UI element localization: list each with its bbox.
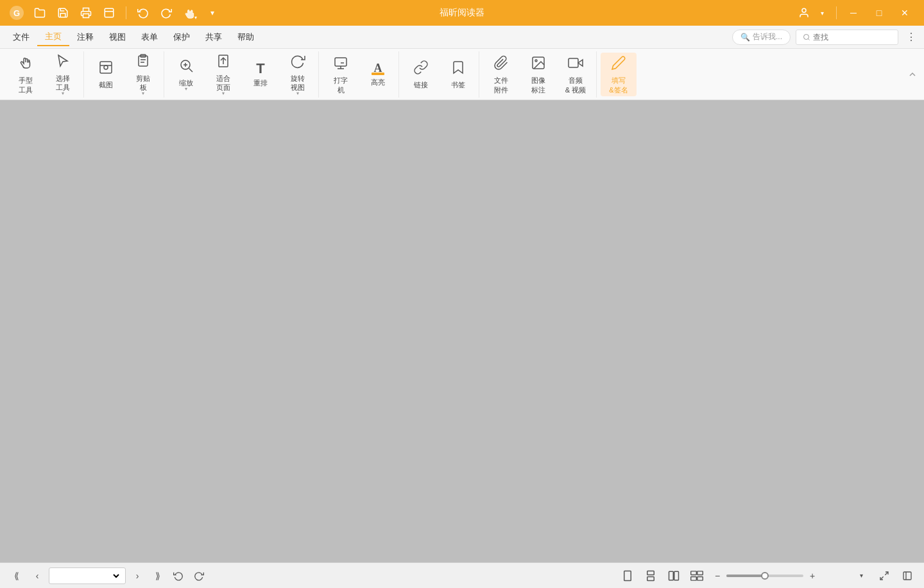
screenshot-icon [98,60,114,78]
last-page-button[interactable]: ⟫ [149,567,167,585]
open-file-icon[interactable] [31,4,49,22]
reflow-button[interactable]: T 重排 [243,53,278,96]
zoom-arrow: ▾ [185,86,187,92]
reading-mode-button[interactable] [898,567,916,585]
svg-marker-31 [578,60,583,66]
svg-point-30 [535,60,537,62]
svg-rect-33 [624,571,631,580]
select-tool-button[interactable]: 选择工具 ▾ [45,53,81,96]
zoom-in-button[interactable]: + [806,569,819,582]
menu-annotation[interactable]: 注释 [69,28,101,46]
highlight-icon: A [372,62,384,75]
two-page-view-button[interactable] [665,567,683,585]
user-icon[interactable] [795,4,813,22]
typewriter-label: 打字机 [334,76,348,94]
menu-help[interactable]: 帮助 [230,28,262,46]
print-icon[interactable] [77,4,95,22]
select-tool-icon [55,53,71,71]
undo-icon[interactable] [134,4,152,22]
reflow-label: 重排 [253,78,268,87]
next-page-button[interactable]: › [128,567,146,585]
statusbar-right: − + ▾ [619,567,916,585]
typewriter-button[interactable]: 打字机 [323,53,359,96]
maximize-button[interactable]: □ [868,4,891,22]
rotate-view-icon [290,53,305,71]
toolbar-collapse-button[interactable] [906,68,919,81]
zoom-dropdown-button[interactable]: ▾ [852,567,870,585]
close-button[interactable]: ✕ [893,4,916,22]
window-icon[interactable] [100,4,118,22]
highlight-label: 高亮 [371,78,385,87]
select-tool-arrow: ▾ [62,91,64,96]
menu-form[interactable]: 表单 [133,28,166,46]
svg-rect-37 [674,571,679,580]
hand-tool-title-icon[interactable]: ▾ [180,4,198,22]
prev-page-button[interactable]: ‹ [28,567,46,585]
more-options-button[interactable]: ⋮ [903,30,919,45]
single-page-view-button[interactable] [619,567,637,585]
image-mark-button[interactable]: 图像标注 [520,53,556,96]
search-box[interactable] [796,30,898,45]
page-select[interactable] [53,571,121,581]
menu-share[interactable]: 共享 [198,28,230,46]
tool-group-sign: 填写&签名 [598,51,639,98]
clipboard-arrow: ▾ [142,91,144,96]
quick-access-dropdown[interactable]: ▾ [203,4,221,22]
menu-view[interactable]: 视图 [101,28,133,46]
highlight-button[interactable]: A 高亮 [360,53,396,96]
app-logo[interactable]: G [8,4,26,22]
user-dropdown-icon[interactable]: ▾ [813,4,831,22]
svg-rect-2 [83,14,89,18]
svg-text:G: G [13,8,20,18]
app-title: 福昕阅读器 [440,7,484,19]
fill-sign-icon [611,55,626,73]
continuous-view-button[interactable] [642,567,660,585]
fill-sign-button[interactable]: 填写&签名 [601,53,637,96]
tool-group-basic: 手型工具 选择工具 ▾ [5,51,84,98]
svg-rect-36 [669,571,674,580]
menu-search-area: 🔍 告诉我... ⋮ [732,30,919,45]
menubar: 文件 主页 注释 视图 表单 保护 共享 帮助 🔍 告诉我... ⋮ [0,26,924,49]
svg-rect-32 [569,58,578,67]
page-selector[interactable] [49,567,126,584]
zoom-button[interactable]: 缩放 ▾ [168,53,204,96]
bookmark-icon [450,60,466,78]
link-button[interactable]: 链接 [403,53,439,96]
search-small-icon: 🔍 [740,33,750,42]
fullscreen-button[interactable] [875,567,893,585]
first-page-button[interactable]: ⟪ [8,567,26,585]
two-page-continuous-view-button[interactable] [688,567,706,585]
bookmark-button[interactable]: 书签 [440,53,476,96]
clipboard-button[interactable]: 剪贴板 ▾ [125,53,161,96]
window-controls: ▾ ─ □ ✕ [795,4,916,22]
menu-file[interactable]: 文件 [5,28,37,46]
svg-line-16 [189,68,193,72]
svg-rect-21 [335,58,346,66]
redo-icon[interactable] [157,4,175,22]
screenshot-button[interactable]: 截图 [88,53,124,96]
svg-rect-41 [697,576,703,580]
svg-line-7 [808,39,809,40]
save-icon[interactable] [54,4,72,22]
rotate-cw-button[interactable] [190,567,208,585]
fit-page-button[interactable]: 适合页面 ▾ [205,53,241,96]
svg-point-9 [104,65,108,69]
hand-tool-button[interactable]: 手型工具 [8,53,44,96]
file-attach-button[interactable]: 文件附件 [483,53,519,96]
zoom-out-button[interactable]: − [711,569,724,582]
toolbar: 手型工具 选择工具 ▾ 截图 剪贴板 ▾ [0,49,924,100]
minimize-button[interactable]: ─ [842,4,865,22]
fit-page-icon [216,53,231,71]
menu-home[interactable]: 主页 [37,28,69,46]
tell-me-box[interactable]: 🔍 告诉我... [732,30,791,45]
select-tool-label: 选择工具 [56,74,70,92]
rotate-ccw-button[interactable] [169,567,187,585]
rotate-view-label: 旋转视图 [291,74,305,92]
rotate-view-button[interactable]: 旋转视图 ▾ [280,53,316,96]
zoom-slider[interactable] [726,575,803,577]
svg-point-6 [804,34,809,39]
svg-rect-8 [100,62,112,73]
search-input[interactable] [813,33,890,42]
menu-protect[interactable]: 保护 [166,28,198,46]
audio-video-button[interactable]: 音频& 视频 [558,53,594,96]
